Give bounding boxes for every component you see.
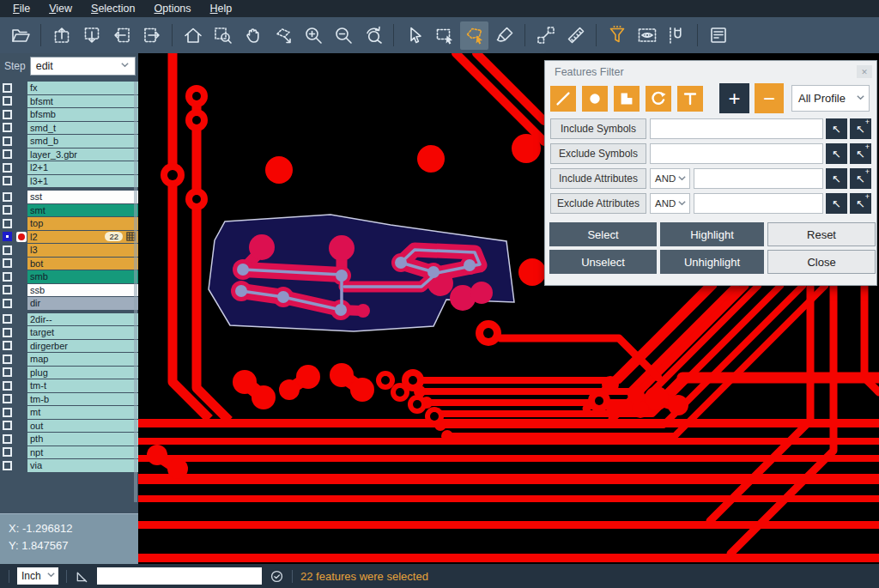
layer-row-smd_b[interactable]: smd_b [0,135,138,148]
layer-visibility-checkbox[interactable] [3,314,12,324]
dialog-titlebar[interactable]: Features Filter ✕ [545,61,876,82]
layer-visibility-checkbox[interactable] [3,205,12,215]
layer-row-tm-b[interactable]: tm-b [0,393,138,406]
layer-visibility-checkbox[interactable] [3,367,12,377]
drag-view-button[interactable] [269,21,297,50]
exclude-attributes-input[interactable] [694,193,823,214]
pan-right-button[interactable] [137,21,166,50]
layer-visibility-checkbox[interactable] [3,355,12,364]
layer-row-l2[interactable]: l222 [0,231,138,244]
ruler-button[interactable] [561,21,590,50]
layer-visibility-checkbox[interactable] [3,328,12,337]
layer-visibility-checkbox[interactable] [3,136,12,146]
layer-row-l3[interactable]: l3 [0,244,138,257]
layer-name-area[interactable]: l3 [27,244,138,257]
zoom-window-button[interactable] [209,21,237,50]
exclude-symbols-input[interactable] [650,143,823,164]
filter-arc-button[interactable] [646,86,671,112]
highlight-button[interactable]: Highlight [660,222,764,246]
layer-name-area[interactable]: sst [27,191,138,203]
unhighlight-button[interactable]: Unhighlight [660,250,764,274]
layer-visibility-checkbox[interactable] [3,219,12,228]
layer-row-smb[interactable]: smb [0,270,138,283]
layer-name-area[interactable]: ssb [27,284,138,297]
layer-name-area[interactable]: via [27,459,138,472]
pan-down-button[interactable] [77,21,106,50]
layer-visibility-checkbox[interactable] [3,394,12,403]
layer-name-area[interactable]: out [27,420,138,433]
snap-button[interactable] [663,21,691,50]
sync-icon[interactable] [270,569,284,584]
layer-row-mt[interactable]: mt [0,406,138,419]
layer-row-smd_t[interactable]: smd_t [0,122,138,135]
include-attributes-button[interactable]: Include Attributes [550,168,646,189]
layer-name-area[interactable]: map [27,353,138,366]
layer-name-area[interactable]: bfsmt [27,95,138,108]
and-or-dropdown[interactable]: AND [650,168,690,189]
menu-help[interactable]: Help [201,0,242,17]
layer-row-fx[interactable]: fx [0,82,138,94]
unit-dropdown[interactable]: Inch [17,567,58,585]
layer-name-area[interactable]: layer_3.gbr [27,149,138,161]
layer-name-area[interactable]: l3+1 [27,175,138,188]
layer-visibility-checkbox[interactable] [3,83,12,93]
layer-row-tm-t[interactable]: tm-t [0,379,138,392]
snap-angle-icon[interactable] [75,569,89,584]
include-symbols-input[interactable] [650,118,823,139]
layer-visibility-checkbox[interactable] [3,232,12,241]
filter-text-button[interactable] [677,86,703,112]
layer-row-smt[interactable]: smt [0,204,138,217]
exclude-symbols-button[interactable]: Exclude Symbols [550,143,646,164]
layers-panel-button[interactable] [704,21,732,50]
layer-name-area[interactable]: pth [27,433,138,446]
close-icon[interactable]: ✕ [857,65,872,78]
filter-line-button[interactable] [550,86,576,112]
layer-visibility-checkbox[interactable] [3,447,12,457]
layer-name-area[interactable]: top [27,217,138,230]
exclude-attributes-button[interactable]: Exclude Attributes [550,193,646,214]
polygon-select-button[interactable] [460,21,488,50]
layer-row-bot[interactable]: bot [0,258,138,270]
menu-selection[interactable]: Selection [82,0,144,17]
layer-row-sst[interactable]: sst [0,191,138,203]
layer-row-npt[interactable]: npt [0,446,138,459]
command-input[interactable] [97,567,262,585]
layer-row-target[interactable]: target [0,326,138,339]
layer-visibility-checkbox[interactable] [3,258,12,268]
unselect-button[interactable]: Unselect [549,250,657,274]
layer-name-area[interactable]: npt [27,446,138,459]
layer-name-area[interactable]: smd_t [27,122,138,135]
zoom-in-button[interactable] [299,21,327,50]
zoom-out-button[interactable] [329,21,357,50]
layer-name-area[interactable]: l2+1 [27,161,138,174]
pick-add-from-canvas-icon[interactable]: ↖+ [850,193,871,214]
layer-visibility-checkbox[interactable] [3,434,12,444]
layer-row-layer_3.gbr[interactable]: layer_3.gbr [0,149,138,161]
layer-row-2dir--[interactable]: 2dir-- [0,313,138,326]
menu-file[interactable]: File [3,0,39,17]
layer-name-area[interactable]: plug [27,367,138,379]
layer-row-via[interactable]: via [0,459,138,472]
layer-name-area[interactable]: tm-b [27,393,138,406]
add-filter-button[interactable]: + [719,83,749,113]
layer-row-l2+1[interactable]: l2+1 [0,161,138,174]
layer-visibility-checkbox[interactable] [3,163,12,173]
select-button[interactable]: Select [549,222,657,246]
pointer-button[interactable] [400,21,428,50]
layer-name-area[interactable]: fx [27,82,138,94]
layer-row-out[interactable]: out [0,420,138,433]
layer-visibility-checkbox[interactable] [3,246,12,255]
menu-options[interactable]: Options [144,0,200,17]
pan-hand-button[interactable] [239,21,267,50]
layer-row-bfsmt[interactable]: bfsmt [0,95,138,108]
layer-row-dirgerber[interactable]: dirgerber [0,340,138,353]
layer-row-ssb[interactable]: ssb [0,284,138,297]
layer-row-bfsmb[interactable]: bfsmb [0,108,138,121]
layer-name-area[interactable]: dirgerber [27,340,138,353]
filter-pad-button[interactable] [582,86,608,112]
layer-row-map[interactable]: map [0,353,138,366]
zoom-previous-button[interactable] [359,21,387,50]
pick-add-from-canvas-icon[interactable]: ↖+ [850,118,871,139]
sidebar-scrollbar[interactable] [134,82,137,502]
layer-row-dir[interactable]: dir [0,297,138,310]
